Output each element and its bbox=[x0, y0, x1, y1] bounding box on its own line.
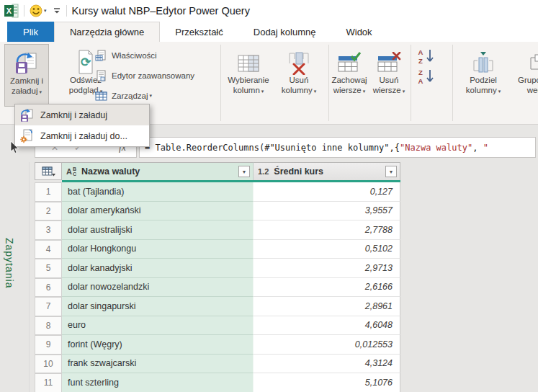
row-number[interactable]: 9 bbox=[35, 335, 62, 355]
quick-access-toolbar-icon[interactable] bbox=[53, 6, 61, 15]
queries-pane-label[interactable]: Zapytania bbox=[4, 238, 15, 288]
row-number[interactable]: 7 bbox=[35, 297, 62, 316]
table-header-row: A BC Nazwa waluty ▼ 1.2 Średni kurs ▼ bbox=[35, 162, 400, 180]
close-and-load-button[interactable]: Zamknij i załaduj▾ bbox=[4, 44, 49, 107]
cell-average-rate[interactable]: 2,6166 bbox=[254, 278, 400, 298]
group-separator bbox=[452, 45, 453, 121]
cell-average-rate[interactable]: 4,6048 bbox=[254, 316, 400, 336]
cell-average-rate[interactable]: 0,012553 bbox=[254, 335, 400, 355]
cell-currency-name[interactable]: dolar nowozelandzki bbox=[62, 278, 254, 298]
dropdown-caret-icon: ▾ bbox=[150, 93, 153, 99]
row-number[interactable]: 2 bbox=[35, 202, 62, 221]
smiley-icon[interactable]: ▾ bbox=[30, 4, 47, 17]
group-separator bbox=[328, 45, 329, 121]
group-by-button[interactable]: Grupowanie według bbox=[507, 44, 538, 107]
properties-button[interactable]: Właściwości bbox=[94, 46, 157, 65]
table-row: 3dolar australijski2,7788 bbox=[35, 220, 400, 240]
smiley-dropdown-caret-icon: ▾ bbox=[44, 8, 47, 14]
cell-average-rate[interactable]: 2,9713 bbox=[254, 259, 400, 278]
cell-currency-name[interactable]: dolar australijski bbox=[62, 220, 254, 240]
group-separator bbox=[220, 45, 221, 121]
tab-widok[interactable]: Widok bbox=[331, 22, 387, 42]
table-corner-cell[interactable] bbox=[35, 162, 62, 180]
cell-average-rate[interactable]: 0,127 bbox=[254, 182, 400, 202]
number-type-icon: 1.2 bbox=[258, 167, 269, 176]
cell-currency-name[interactable]: dolar Hongkongu bbox=[62, 240, 254, 259]
cell-currency-name[interactable]: bat (Tajlandia) bbox=[62, 182, 254, 202]
sort-descending-button[interactable]: Z A bbox=[416, 68, 438, 85]
dropdown-caret-icon: ▾ bbox=[39, 89, 42, 94]
window-title: Kursy walut NBP–Edytor Power Query bbox=[72, 5, 250, 17]
cell-currency-name[interactable]: euro bbox=[62, 316, 254, 336]
formula-part2: , bbox=[472, 143, 483, 153]
remove-rows-button[interactable]: Usuń wiersze▾ bbox=[370, 44, 408, 107]
dropdown-caret-icon: ▾ bbox=[403, 89, 405, 94]
tab-narzedzia-glowne[interactable]: Narzędzia główne bbox=[54, 22, 160, 42]
remove-rows-icon bbox=[377, 46, 401, 75]
remove-columns-button[interactable]: Usuń kolumny▾ bbox=[276, 44, 322, 107]
keep-rows-button[interactable]: Zachowaj wiersze▾ bbox=[330, 44, 369, 107]
column-header-currency-name[interactable]: A BC Nazwa waluty ▼ bbox=[62, 162, 254, 180]
power-query-window: X ▾ Kursy walut NBP–Edytor Power Query P… bbox=[0, 0, 538, 392]
table-row: 11funt szterling5,1076 bbox=[35, 373, 400, 392]
titlebar-separator bbox=[24, 5, 24, 17]
manage-button[interactable]: Zarządzaj ▾ bbox=[94, 86, 152, 105]
table-row: 2dolar amerykański3,9557 bbox=[35, 202, 400, 221]
sort-az-icon: A Z bbox=[416, 48, 436, 65]
cell-currency-name[interactable]: dolar amerykański bbox=[62, 202, 254, 221]
cell-average-rate[interactable]: 4,3124 bbox=[254, 355, 400, 374]
svg-text:A: A bbox=[418, 48, 423, 56]
formula-part1: = Table.ReorderColumns(#"Usunięto inne k… bbox=[145, 143, 400, 153]
row-number[interactable]: 11 bbox=[35, 373, 62, 392]
properties-icon bbox=[94, 50, 109, 62]
table-row: 10frank szwajcarski4,3124 bbox=[35, 355, 400, 374]
cell-currency-name[interactable]: dolar kanadyjski bbox=[62, 259, 254, 278]
filter-button[interactable]: ▼ bbox=[385, 166, 397, 177]
menu-item-close-and-load[interactable]: Zamknij i załaduj bbox=[15, 104, 149, 125]
sort-ascending-button[interactable]: A Z bbox=[416, 48, 438, 65]
cell-currency-name[interactable]: frank szwajcarski bbox=[62, 355, 254, 374]
row-number[interactable]: 4 bbox=[35, 240, 62, 259]
row-number[interactable]: 3 bbox=[35, 220, 62, 240]
cell-average-rate[interactable]: 5,1076 bbox=[254, 373, 400, 392]
cell-currency-name[interactable]: dolar singapurski bbox=[62, 297, 254, 316]
formula-input[interactable]: = Table.ReorderColumns(#"Usunięto inne k… bbox=[139, 137, 536, 158]
row-number[interactable]: 8 bbox=[35, 316, 62, 336]
close-and-load-icon bbox=[14, 47, 39, 76]
split-column-button[interactable]: Podziel kolumny▾ bbox=[459, 44, 507, 107]
svg-text:X: X bbox=[6, 6, 12, 15]
keep-rows-icon bbox=[337, 46, 362, 75]
column-name: Średni kurs bbox=[274, 166, 323, 177]
close-and-load-icon bbox=[19, 108, 34, 122]
cell-average-rate[interactable]: 2,7788 bbox=[254, 220, 400, 240]
advanced-editor-icon bbox=[94, 70, 109, 82]
editor-body: ✕ ✓ fx = Table.ReorderColumns(#"Usunięto… bbox=[0, 125, 538, 392]
row-number[interactable]: 10 bbox=[35, 355, 62, 374]
table-row: 9forint (Węgry)0,012553 bbox=[35, 335, 400, 355]
table-row: 7dolar singapurski2,8961 bbox=[35, 297, 400, 316]
cell-average-rate[interactable]: 3,9557 bbox=[254, 202, 400, 221]
choose-columns-icon bbox=[237, 46, 260, 75]
advanced-editor-button[interactable]: Edytor zaawansowany bbox=[94, 66, 194, 85]
cell-currency-name[interactable]: funt szterling bbox=[62, 373, 254, 392]
group-by-icon bbox=[525, 46, 538, 75]
choose-columns-button[interactable]: Wybieranie kolumn▾ bbox=[224, 44, 273, 107]
titlebar-separator bbox=[66, 5, 67, 17]
row-number[interactable]: 1 bbox=[35, 182, 62, 202]
tab-dodaj-kolumne[interactable]: Dodaj kolumnę bbox=[238, 22, 331, 42]
row-number[interactable]: 5 bbox=[35, 259, 62, 278]
tab-przeksztalc[interactable]: Przekształć bbox=[160, 22, 238, 42]
column-header-average-rate[interactable]: 1.2 Średni kurs ▼ bbox=[254, 162, 400, 180]
close-and-load-menu: Zamknij i załaduj Zamkn bbox=[14, 104, 150, 147]
cell-average-rate[interactable]: 0,5102 bbox=[254, 240, 400, 259]
title-bar: X ▾ Kursy walut NBP–Edytor Power Query bbox=[0, 0, 538, 22]
queries-pane-border bbox=[29, 162, 30, 392]
dropdown-caret-icon: ▾ bbox=[498, 89, 501, 94]
menu-item-close-and-load-to[interactable]: Zamknij i załaduj do... bbox=[15, 125, 149, 146]
svg-text:A: A bbox=[418, 77, 423, 85]
row-number[interactable]: 6 bbox=[35, 278, 62, 298]
cell-currency-name[interactable]: forint (Węgry) bbox=[62, 335, 254, 355]
tab-plik[interactable]: Plik bbox=[7, 22, 54, 42]
filter-button[interactable]: ▼ bbox=[238, 166, 250, 177]
cell-average-rate[interactable]: 2,8961 bbox=[254, 297, 400, 316]
